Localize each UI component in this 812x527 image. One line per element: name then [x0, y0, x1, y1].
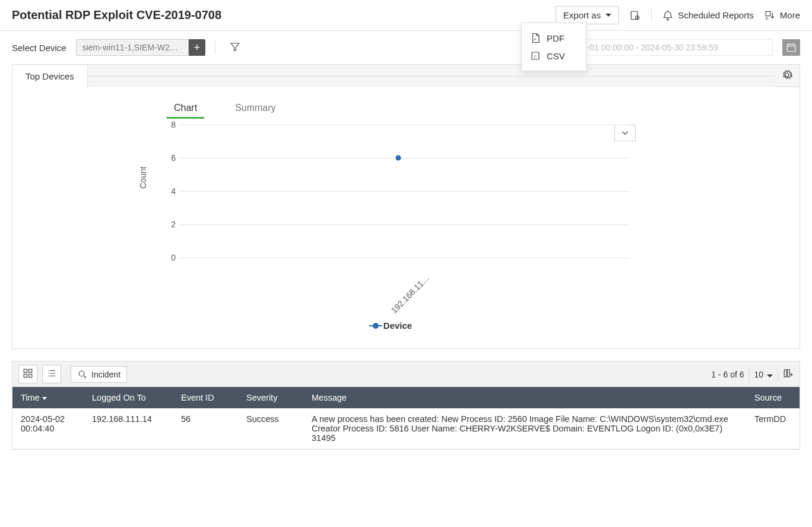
svg-rect-13 — [784, 370, 786, 377]
cell-message: A new process has been created: New Proc… — [303, 408, 746, 449]
svg-rect-7 — [787, 45, 795, 52]
separator — [749, 368, 750, 381]
col-logged-on[interactable]: Logged On To — [84, 387, 173, 408]
col-time[interactable]: Time — [12, 387, 84, 408]
separator — [215, 41, 215, 54]
col-message[interactable]: Message — [303, 387, 746, 408]
table-row[interactable]: 2024-05-02 00:04:40 192.168.111.14 56 Su… — [12, 408, 800, 449]
chart-area: Chart Summary Count 8 6 4 2 0 192.168.11… — [12, 87, 800, 348]
filter-button[interactable] — [230, 42, 240, 54]
svg-text:C: C — [534, 55, 537, 58]
caret-down-icon — [767, 374, 773, 377]
svg-point-2 — [667, 18, 669, 20]
page-title: Potential RDP Exploit CVE-2019-0708 — [12, 8, 556, 22]
tab-header: Top Devices — [12, 65, 800, 87]
list-view-button[interactable] — [42, 365, 61, 383]
tab-top-devices[interactable]: Top Devices — [12, 65, 88, 88]
svg-rect-14 — [788, 370, 790, 377]
x-tick: 192.168.11… — [389, 273, 432, 315]
results-table: Time Logged On To Event ID Severity Mess… — [12, 387, 800, 449]
svg-point-12 — [79, 371, 84, 376]
separator — [651, 9, 652, 22]
sort-desc-icon — [42, 397, 47, 400]
top-devices-panel: Top Devices Chart Summary Count 8 6 4 — [12, 64, 800, 349]
y-tick: 0 — [164, 253, 176, 262]
chart-sub-tabs: Chart Summary — [167, 99, 782, 119]
data-point[interactable] — [396, 155, 401, 161]
scheduled-reports-label: Scheduled Reports — [678, 10, 754, 20]
cell-source: TermDD — [746, 408, 800, 449]
col-source[interactable]: Source — [746, 387, 800, 408]
cell-severity: Success — [238, 408, 303, 449]
svg-rect-3 — [766, 11, 770, 16]
caret-down-icon — [605, 14, 611, 17]
table-toolbar: Incident 1 - 6 of 6 10 — [12, 361, 800, 387]
chart-plot: Count 8 6 4 2 0 192.168.11… Device — [167, 125, 618, 331]
svg-rect-0 — [631, 11, 637, 20]
y-tick: 6 — [164, 153, 176, 163]
panel-settings-button[interactable] — [775, 65, 800, 87]
more-label: More — [780, 10, 800, 20]
more-button[interactable]: More — [765, 10, 800, 21]
svg-rect-11 — [29, 374, 32, 377]
svg-rect-9 — [29, 369, 32, 372]
preview-icon[interactable] — [630, 10, 640, 21]
scheduled-reports-button[interactable]: Scheduled Reports — [662, 10, 754, 21]
legend-marker-icon — [373, 323, 379, 329]
cell-time: 2024-05-02 00:04:40 — [12, 408, 84, 449]
column-settings-button[interactable] — [783, 368, 794, 380]
legend-label: Device — [383, 320, 412, 331]
export-csv-item[interactable]: C CSV — [522, 47, 586, 65]
y-tick: 4 — [164, 186, 176, 196]
cell-event-id: 56 — [173, 408, 238, 449]
results-table-section: Incident 1 - 6 of 6 10 Time Logged On To… — [12, 361, 800, 450]
add-device-button[interactable]: + — [189, 39, 205, 56]
export-as-label: Export as — [563, 10, 601, 20]
chart-grid: 8 6 4 2 0 192.168.11… — [167, 125, 618, 267]
grid-view-button[interactable] — [18, 365, 37, 383]
col-event-id[interactable]: Event ID — [173, 387, 238, 408]
export-pdf-item[interactable]: A PDF — [522, 29, 586, 47]
sub-tab-summary[interactable]: Summary — [228, 99, 283, 119]
date-range-input[interactable]: 05-01 00:00:00 - 2024-05-30 23:59:59 — [571, 39, 773, 56]
page-size-select[interactable]: 10 — [754, 370, 773, 379]
table-header-row: Time Logged On To Event ID Severity Mess… — [12, 387, 800, 408]
svg-rect-10 — [24, 374, 27, 377]
incident-button[interactable]: Incident — [71, 366, 127, 383]
export-csv-label: CSV — [547, 51, 565, 61]
export-as-button[interactable]: Export as — [556, 6, 619, 24]
y-tick: 8 — [164, 120, 176, 129]
separator — [778, 368, 778, 381]
col-severity[interactable]: Severity — [238, 387, 303, 408]
pager-text: 1 - 6 of 6 — [711, 370, 744, 379]
export-dropdown: A PDF C CSV — [521, 23, 586, 71]
device-input[interactable]: siem-win11-1,SIEM-W2… — [76, 39, 189, 56]
svg-text:A: A — [534, 37, 537, 41]
filter-bar: Select Device siem-win11-1,SIEM-W2… + P … — [0, 31, 812, 64]
export-pdf-label: PDF — [547, 33, 564, 43]
y-tick: 2 — [164, 220, 176, 229]
chart-legend: Device — [167, 320, 618, 331]
svg-rect-8 — [24, 369, 27, 372]
select-device-label: Select Device — [12, 43, 66, 53]
device-select: siem-win11-1,SIEM-W2… + — [76, 39, 205, 56]
sub-tab-chart[interactable]: Chart — [167, 99, 204, 119]
header-actions: Export as Scheduled Reports More — [556, 6, 800, 24]
cell-logged-on: 192.168.111.14 — [84, 408, 173, 449]
calendar-button[interactable] — [782, 39, 800, 56]
y-axis-label: Count — [138, 167, 148, 189]
page-header: Potential RDP Exploit CVE-2019-0708 Expo… — [0, 0, 812, 31]
